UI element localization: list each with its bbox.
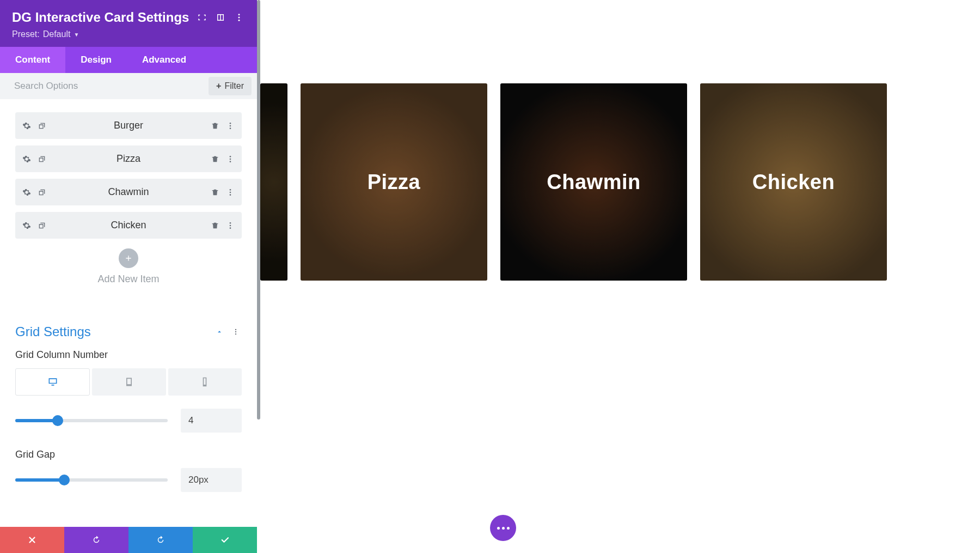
card-chicken[interactable]: Chicken xyxy=(700,83,887,281)
grid-column-slider[interactable] xyxy=(15,419,168,422)
svg-point-15 xyxy=(235,329,236,330)
item-label: Chawmin xyxy=(47,186,210,198)
panel-title: DG Interactive Card Settings xyxy=(12,10,189,25)
expand-icon[interactable] xyxy=(196,11,208,23)
caret-down-icon: ▼ xyxy=(74,32,79,38)
trash-icon[interactable] xyxy=(210,221,220,230)
settings-sidebar: DG Interactive Card Settings Preset: Def… xyxy=(0,0,257,553)
trash-icon[interactable] xyxy=(210,187,220,197)
card-grid: Pizza Chawmin Chicken xyxy=(260,0,980,281)
trash-icon[interactable] xyxy=(210,121,220,131)
add-new-label: Add New Item xyxy=(15,274,242,285)
phone-tab[interactable] xyxy=(168,368,242,396)
filter-button[interactable]: + Filter xyxy=(209,77,252,95)
list-item[interactable]: Pizza xyxy=(15,145,242,172)
chevron-up-icon[interactable] xyxy=(213,326,225,338)
duplicate-icon[interactable] xyxy=(37,187,47,197)
desktop-tab[interactable] xyxy=(15,368,90,396)
panel-layout-icon[interactable] xyxy=(215,11,226,23)
undo-button[interactable] xyxy=(64,527,128,553)
plus-icon: + xyxy=(216,81,221,91)
svg-point-17 xyxy=(235,333,236,335)
svg-point-8 xyxy=(230,161,231,162)
gear-icon[interactable] xyxy=(22,221,32,230)
card-title: Chawmin xyxy=(547,171,640,194)
preset-label: Preset: xyxy=(12,29,40,39)
gear-icon[interactable] xyxy=(22,187,32,197)
grid-column-label: Grid Column Number xyxy=(15,349,242,361)
slider-thumb[interactable] xyxy=(52,415,63,426)
grid-column-value[interactable]: 4 xyxy=(181,409,242,433)
save-button[interactable] xyxy=(193,527,257,553)
svg-point-4 xyxy=(230,125,231,126)
svg-point-14 xyxy=(230,227,231,229)
card-chawmin[interactable]: Chawmin xyxy=(500,83,687,281)
items-list: Burger Pizza Chawmin xyxy=(0,99,257,296)
card-overlay xyxy=(260,83,287,281)
grid-gap-value[interactable]: 20px xyxy=(181,468,242,492)
item-label: Burger xyxy=(47,120,210,131)
svg-point-13 xyxy=(230,224,231,226)
slider-thumb[interactable] xyxy=(59,475,70,485)
main-tabs: Content Design Advanced xyxy=(0,47,257,73)
grid-gap-slider[interactable] xyxy=(15,478,168,482)
trash-icon[interactable] xyxy=(210,154,220,164)
more-icon[interactable] xyxy=(225,221,235,230)
grid-column-slider-row: 4 xyxy=(15,409,242,433)
panel-header: DG Interactive Card Settings Preset: Def… xyxy=(0,0,257,47)
duplicate-icon[interactable] xyxy=(37,154,47,164)
svg-point-9 xyxy=(230,189,231,191)
more-icon[interactable] xyxy=(230,326,242,338)
preset-value: Default xyxy=(43,29,71,39)
tablet-tab[interactable] xyxy=(92,368,166,396)
gear-icon[interactable] xyxy=(22,154,32,164)
bottom-action-bar xyxy=(0,527,257,553)
svg-point-2 xyxy=(238,20,240,21)
grid-settings-section: Grid Settings Grid Column Number xyxy=(0,312,257,511)
responsive-tabs xyxy=(15,368,242,396)
svg-point-7 xyxy=(230,158,231,160)
tab-advanced[interactable]: Advanced xyxy=(127,47,201,73)
section-title[interactable]: Grid Settings xyxy=(15,324,213,339)
preset-selector[interactable]: Preset: Default ▼ xyxy=(12,29,245,39)
svg-point-6 xyxy=(230,156,231,157)
svg-point-10 xyxy=(230,191,231,193)
more-icon[interactable] xyxy=(233,11,245,23)
preview-canvas: Pizza Chawmin Chicken xyxy=(260,0,980,553)
card-title: Pizza xyxy=(367,171,421,194)
cancel-button[interactable] xyxy=(0,527,64,553)
more-icon[interactable] xyxy=(225,121,235,131)
duplicate-icon[interactable] xyxy=(37,121,47,131)
svg-point-12 xyxy=(230,222,231,224)
search-input[interactable] xyxy=(14,73,209,99)
search-row: + Filter xyxy=(0,73,257,99)
svg-point-3 xyxy=(230,123,231,124)
more-icon[interactable] xyxy=(225,187,235,197)
list-item[interactable]: Chawmin xyxy=(15,179,242,205)
card-title: Chicken xyxy=(752,171,835,194)
grid-gap-label: Grid Gap xyxy=(15,449,242,460)
card-burger[interactable] xyxy=(260,83,287,281)
add-new-item: Add New Item xyxy=(15,248,242,285)
filter-label: Filter xyxy=(224,81,244,91)
duplicate-icon[interactable] xyxy=(37,221,47,230)
floating-action-button[interactable] xyxy=(490,515,516,541)
item-label: Pizza xyxy=(47,153,210,165)
redo-button[interactable] xyxy=(128,527,193,553)
svg-point-16 xyxy=(235,331,236,332)
list-item[interactable]: Chicken xyxy=(15,212,242,239)
tab-design[interactable]: Design xyxy=(65,47,127,73)
svg-point-0 xyxy=(238,14,240,15)
more-horizontal-icon xyxy=(497,527,510,530)
item-label: Chicken xyxy=(47,220,210,231)
svg-point-1 xyxy=(238,17,240,19)
add-button[interactable] xyxy=(119,248,138,268)
more-icon[interactable] xyxy=(225,154,235,164)
svg-point-5 xyxy=(230,127,231,129)
grid-gap-slider-row: 20px xyxy=(15,468,242,492)
svg-point-11 xyxy=(230,194,231,196)
gear-icon[interactable] xyxy=(22,121,32,131)
tab-content[interactable]: Content xyxy=(0,47,65,73)
list-item[interactable]: Burger xyxy=(15,112,242,139)
card-pizza[interactable]: Pizza xyxy=(301,83,487,281)
